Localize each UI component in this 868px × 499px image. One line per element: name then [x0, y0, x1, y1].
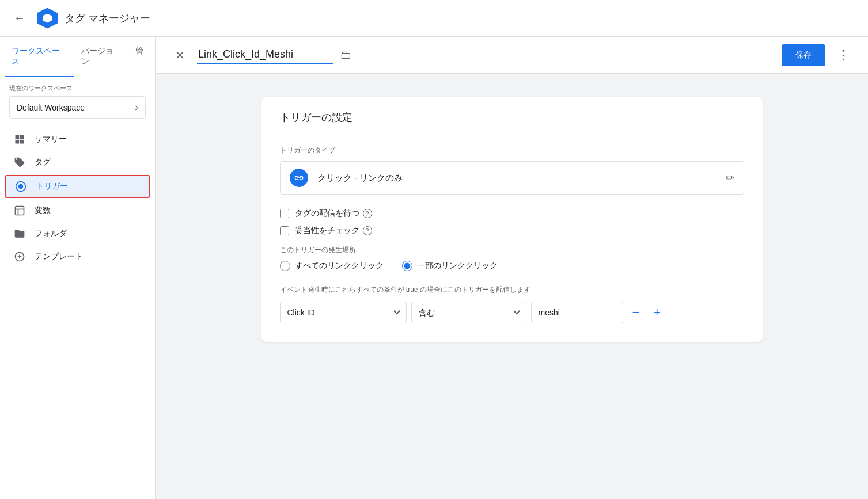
sidebar-item-folders[interactable]: フォルダ — [0, 222, 155, 245]
trigger-card-title: トリガーの設定 — [280, 111, 744, 134]
trigger-settings-card: トリガーの設定 トリガーのタイプ クリック - リンクのみ ✏ タグの配信を待つ… — [261, 97, 763, 342]
add-condition-button[interactable]: + — [649, 303, 665, 322]
topbar: ← タグ マネージャー — [0, 0, 868, 37]
sidebar-item-label-folders: フォルダ — [35, 228, 67, 239]
tab-version[interactable]: バージョン — [74, 37, 128, 77]
app-title: タグ マネージャー — [65, 12, 150, 25]
wait-tag-help-icon[interactable]: ? — [363, 209, 372, 218]
close-button[interactable]: ✕ — [169, 45, 190, 66]
sidebar-item-label-summary: サマリー — [35, 134, 67, 144]
occurrence-section: このトリガーの発生場所 すべてのリンククリック 一部のリンククリック — [280, 245, 744, 271]
radio-all-clicks-input[interactable] — [280, 261, 290, 271]
occurrence-label: このトリガーの発生場所 — [280, 245, 744, 255]
condition-section: イベント発生時にこれらすべての条件が true の場合にこのトリガーを配信します… — [280, 285, 744, 323]
gtm-logo — [37, 8, 58, 29]
remove-condition-button[interactable]: − — [628, 303, 645, 322]
workspace-name: Default Workspace — [17, 103, 85, 112]
nav-section: サマリー タグ トリガー 変数 — [0, 123, 155, 499]
sidebar-item-label-templates: テンプレート — [35, 252, 83, 262]
svg-rect-6 — [16, 207, 24, 215]
trigger-type-label: クリック - リンクのみ — [317, 173, 726, 184]
sidebar-item-label-tags: タグ — [35, 157, 51, 167]
condition-variable-select[interactable]: Click ID Click Classes Click Element Cli… — [280, 302, 407, 323]
condition-desc: イベント発生時にこれらすべての条件が true の場合にこのトリガーを配信します — [280, 285, 744, 295]
checkbox-wait-tag-row: タグの配信を待つ ? — [280, 208, 744, 219]
back-button[interactable]: ← — [9, 8, 30, 29]
summary-icon — [14, 134, 25, 145]
svg-point-5 — [18, 184, 23, 189]
panel-content: トリガーの設定 トリガーのタイプ クリック - リンクのみ ✏ タグの配信を待つ… — [156, 74, 868, 499]
wait-tag-label: タグの配信を待つ — [295, 208, 359, 219]
folder-icon — [14, 228, 25, 239]
panel-actions: 保存 ⋮ — [782, 44, 854, 66]
tab-admin[interactable]: 管 — [128, 37, 150, 77]
sidebar-item-tags[interactable]: タグ — [0, 151, 155, 174]
sidebar-item-label-variables: 変数 — [35, 205, 51, 216]
tab-workspace[interactable]: ワークスペース — [5, 37, 74, 77]
check-validity-help-icon[interactable]: ? — [363, 226, 372, 235]
wait-tag-checkbox[interactable] — [280, 209, 289, 218]
workspace-selector[interactable]: Default Workspace › — [9, 96, 146, 119]
condition-operator-select[interactable]: 含む 含まない 等しい 等しくない 正規表現に一致 — [411, 302, 526, 323]
save-button[interactable]: 保存 — [782, 44, 825, 66]
panel-topbar: ✕ 🗀 保存 ⋮ — [156, 37, 868, 74]
sidebar-item-variables[interactable]: 変数 — [0, 199, 155, 222]
type-section-label: トリガーのタイプ — [280, 146, 744, 155]
sidebar: ワークスペース バージョン 管 現在のワークスペース Default Works… — [0, 37, 156, 499]
sidebar-tabs: ワークスペース バージョン 管 — [0, 37, 155, 77]
svg-rect-3 — [20, 140, 24, 144]
main-layout: ワークスペース バージョン 管 現在のワークスペース Default Works… — [0, 37, 868, 499]
chevron-right-icon: › — [135, 101, 138, 113]
tag-icon — [14, 157, 25, 168]
workspace-section-label: 現在のワークスペース — [9, 84, 146, 93]
content-area: ✕ 🗀 保存 ⋮ トリガーの設定 トリガーのタイプ クリック - リンクのみ ✏ — [156, 37, 868, 499]
radio-row: すべてのリンククリック 一部のリンククリック — [280, 261, 744, 271]
sidebar-item-label-triggers: トリガー — [36, 181, 68, 192]
more-icon[interactable]: ⋮ — [832, 45, 854, 65]
trigger-name-input[interactable] — [197, 46, 333, 64]
template-icon — [14, 251, 25, 262]
radio-some-clicks[interactable]: 一部のリンククリック — [402, 261, 498, 271]
svg-rect-0 — [16, 135, 20, 139]
svg-rect-2 — [16, 140, 20, 144]
radio-all-clicks[interactable]: すべてのリンククリック — [280, 261, 384, 271]
trigger-type-icon — [290, 169, 308, 187]
trigger-icon — [15, 181, 26, 192]
radio-some-clicks-input[interactable] — [402, 261, 412, 271]
condition-value-input[interactable] — [531, 302, 623, 323]
sidebar-item-templates[interactable]: テンプレート — [0, 245, 155, 268]
svg-rect-1 — [20, 135, 24, 139]
condition-row: Click ID Click Classes Click Element Cli… — [280, 302, 744, 323]
variable-icon — [14, 205, 25, 216]
sidebar-item-summary[interactable]: サマリー — [0, 128, 155, 151]
folder-icon[interactable]: 🗀 — [340, 48, 351, 62]
workspace-section: 現在のワークスペース Default Workspace › — [0, 77, 155, 123]
checkbox-validity-row: 妥当性をチェック ? — [280, 226, 744, 236]
trigger-type-row: クリック - リンクのみ ✏ — [280, 161, 744, 195]
radio-some-clicks-label: 一部のリンククリック — [417, 261, 498, 271]
check-validity-checkbox[interactable] — [280, 226, 289, 235]
check-validity-label: 妥当性をチェック — [295, 226, 359, 236]
edit-icon[interactable]: ✏ — [726, 172, 734, 184]
sidebar-item-triggers[interactable]: トリガー — [5, 175, 150, 198]
radio-all-clicks-label: すべてのリンククリック — [295, 261, 384, 271]
